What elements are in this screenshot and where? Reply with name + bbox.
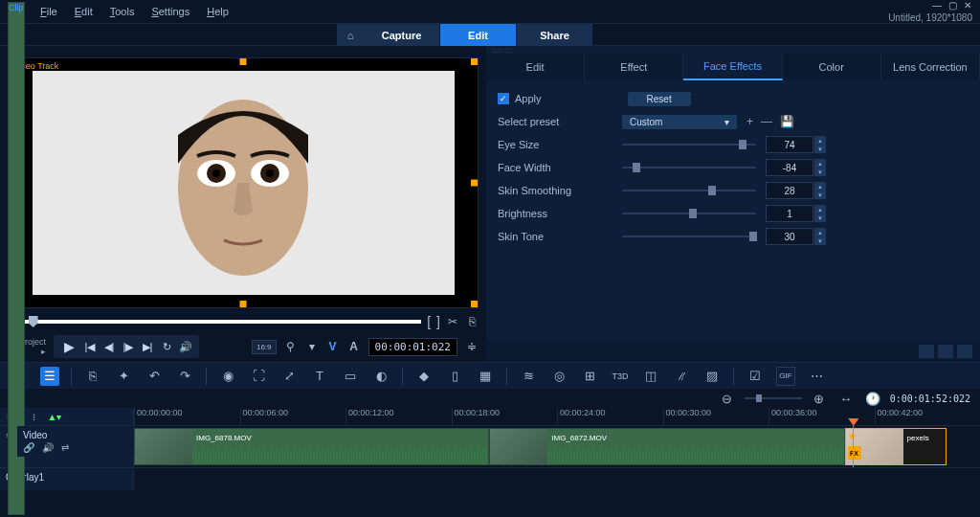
chapter-button[interactable]: ▯ xyxy=(445,367,464,386)
zoom-in-button[interactable]: ⊕ xyxy=(810,389,829,408)
tab-effect[interactable]: Effect xyxy=(585,54,683,80)
volume-button[interactable]: 🔊 xyxy=(178,339,193,354)
resize-button[interactable]: ⤢ xyxy=(279,367,299,386)
tracking-button[interactable]: ◎ xyxy=(549,367,568,386)
skin-tone-spinner[interactable]: ▲▼ xyxy=(814,228,826,245)
reset-button[interactable]: Reset xyxy=(628,92,691,106)
brightness-value[interactable]: 1 xyxy=(766,205,813,222)
face-width-value[interactable]: -84 xyxy=(766,159,813,176)
mode-capture[interactable]: Capture xyxy=(364,24,440,47)
resize-handle[interactable] xyxy=(471,58,478,65)
menu-file[interactable]: FFileile xyxy=(40,6,57,17)
clip-1[interactable]: IMG_6878.MOV xyxy=(134,428,489,465)
home-button[interactable]: ⌂ xyxy=(337,24,364,47)
timecode-display[interactable]: 00:00:01:022 xyxy=(368,338,457,356)
tab-face-effects[interactable]: Face Effects xyxy=(683,54,782,80)
face-width-spinner[interactable]: ▲▼ xyxy=(814,159,826,176)
go-start-button[interactable]: |◀ xyxy=(82,339,98,354)
layout-btn-3[interactable] xyxy=(957,345,972,358)
next-frame-button[interactable]: |▶ xyxy=(121,339,136,354)
3d-text-button[interactable]: T3D xyxy=(611,367,630,386)
mute-icon[interactable]: 🔊 xyxy=(42,442,54,453)
resize-handle[interactable] xyxy=(240,301,247,307)
layout-btn-1[interactable] xyxy=(919,345,934,358)
resize-handle[interactable] xyxy=(240,58,247,65)
skin-smoothing-slider[interactable] xyxy=(622,190,756,191)
apply-checkbox[interactable]: ✓ xyxy=(498,93,509,104)
stabilize-button[interactable]: ▨ xyxy=(702,367,722,386)
preview-zoom-icon[interactable]: ⚲ xyxy=(284,340,298,353)
snapshot-icon[interactable]: ⎘ xyxy=(465,315,479,328)
brightness-slider[interactable] xyxy=(622,213,756,214)
record-button[interactable]: ◉ xyxy=(218,367,237,386)
brightness-spinner[interactable]: ▲▼ xyxy=(814,205,826,222)
maximize-button[interactable]: ▢ xyxy=(947,1,957,11)
more-tools-button[interactable]: ⋯ xyxy=(807,367,826,386)
overlay-track-lane[interactable] xyxy=(134,468,980,490)
resize-handle[interactable] xyxy=(471,301,478,307)
split-clip-icon[interactable]: ✂ xyxy=(446,315,459,328)
face-width-slider[interactable] xyxy=(622,167,756,169)
menu-edit[interactable]: EditEdit xyxy=(75,6,93,17)
insert-media-button[interactable]: ⎘ xyxy=(83,367,102,386)
mask-button[interactable]: ◫ xyxy=(641,367,660,386)
tab-edit[interactable]: Edit xyxy=(486,54,585,80)
zoom-slider[interactable] xyxy=(745,397,802,399)
mode-edit[interactable]: Edit xyxy=(440,24,517,47)
save-preset-button[interactable]: 💾 xyxy=(780,115,794,128)
color-wheel-button[interactable]: ◐ xyxy=(371,367,390,386)
eye-size-slider[interactable] xyxy=(622,144,756,146)
motion-button[interactable]: ≋ xyxy=(519,367,538,386)
transition-button[interactable]: ⫽ xyxy=(672,367,691,386)
remove-preset-button[interactable]: — xyxy=(761,115,772,128)
tab-lens-correction[interactable]: Lens Correction xyxy=(881,54,980,80)
close-button[interactable]: ✕ xyxy=(963,1,972,11)
skin-tone-slider[interactable] xyxy=(622,236,756,237)
playback-mode-toggle[interactable]: Project Clip▸ xyxy=(8,337,46,356)
video-track-lane[interactable]: IMG_6878.MOV IMG_6872.MOV ★ FX pexels xyxy=(134,426,980,467)
drag-handle[interactable]: :::::: xyxy=(8,50,479,57)
skin-tone-value[interactable]: 30 xyxy=(766,228,813,245)
skin-smoothing-spinner[interactable]: ▲▼ xyxy=(814,182,826,199)
layout-btn-2[interactable] xyxy=(938,345,953,358)
add-preset-button[interactable]: + xyxy=(746,115,753,128)
grid-button[interactable]: ▦ xyxy=(476,367,495,386)
subtitle-button[interactable]: ▭ xyxy=(341,367,360,386)
v-toggle[interactable]: V xyxy=(326,340,340,353)
scrub-marker[interactable] xyxy=(29,316,38,327)
menu-tools[interactable]: ToolsTools xyxy=(110,6,135,17)
export-button[interactable]: ☑ xyxy=(746,367,765,386)
lock-icon[interactable]: ⇄ xyxy=(61,442,69,453)
fit-timeline-button[interactable]: ↔ xyxy=(836,389,856,408)
marker-button[interactable]: ◆ xyxy=(414,367,434,386)
scrub-bar[interactable] xyxy=(8,320,421,324)
prev-frame-button[interactable]: ◀| xyxy=(101,339,117,354)
preview-zoom-drop[interactable]: ▾ xyxy=(305,340,319,353)
loop-button[interactable]: ↻ xyxy=(159,339,174,354)
menu-help[interactable]: HelpHelp xyxy=(207,6,229,17)
track-options-button[interactable]: ⫶ xyxy=(27,410,40,423)
clip-2[interactable]: IMG_6872.MOV xyxy=(489,428,844,465)
tc-spinner-icon[interactable]: ≑ xyxy=(465,340,479,353)
multicam-button[interactable]: ⊞ xyxy=(580,367,599,386)
drag-handle[interactable]: :::::: xyxy=(486,46,980,54)
tool-fx-button[interactable]: ✦ xyxy=(114,367,133,386)
preview-canvas[interactable]: Video Track xyxy=(8,57,479,308)
menu-settings[interactable]: SettingsSettings xyxy=(151,6,189,17)
tab-color[interactable]: Color xyxy=(783,54,881,80)
text-button[interactable]: T xyxy=(310,367,329,386)
aspect-ratio-badge[interactable]: 16:9 xyxy=(252,340,277,354)
a-toggle[interactable]: A xyxy=(347,340,361,353)
link-icon[interactable]: 🔗 xyxy=(23,442,34,453)
resize-handle[interactable] xyxy=(471,180,478,187)
redo-button[interactable]: ↷ xyxy=(175,367,194,386)
track-keyframe-button[interactable]: ▲▾ xyxy=(48,410,61,423)
mark-out-button[interactable]: ] xyxy=(436,314,440,329)
zoom-out-button[interactable]: ⊖ xyxy=(718,389,737,408)
undo-button[interactable]: ↶ xyxy=(145,367,164,386)
eye-size-value[interactable]: 74 xyxy=(766,136,813,153)
crop-button[interactable]: ⛶ xyxy=(249,367,268,386)
eye-size-spinner[interactable]: ▲▼ xyxy=(814,136,826,153)
play-button[interactable]: ▶ xyxy=(59,337,78,356)
preset-select[interactable]: Custom▾ xyxy=(622,115,737,129)
